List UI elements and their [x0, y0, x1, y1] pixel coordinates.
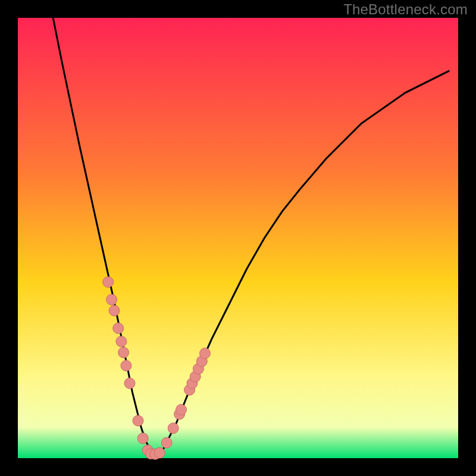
data-marker [103, 277, 114, 287]
chart-plot [0, 0, 476, 476]
watermark-label: TheBottleneck.com [343, 1, 468, 18]
data-marker [133, 415, 143, 426]
data-marker [176, 405, 187, 415]
data-marker [154, 447, 165, 458]
data-marker [116, 336, 127, 347]
data-marker [109, 305, 120, 316]
data-marker [113, 323, 124, 334]
outer-frame: TheBottleneck.com [0, 0, 476, 476]
data-marker [137, 433, 148, 444]
data-marker [200, 348, 211, 359]
data-marker [161, 437, 172, 448]
data-marker [107, 295, 117, 305]
gradient-background [18, 18, 458, 458]
data-marker [118, 347, 129, 358]
data-marker [124, 378, 135, 389]
data-marker [121, 361, 131, 371]
data-marker [168, 423, 178, 434]
